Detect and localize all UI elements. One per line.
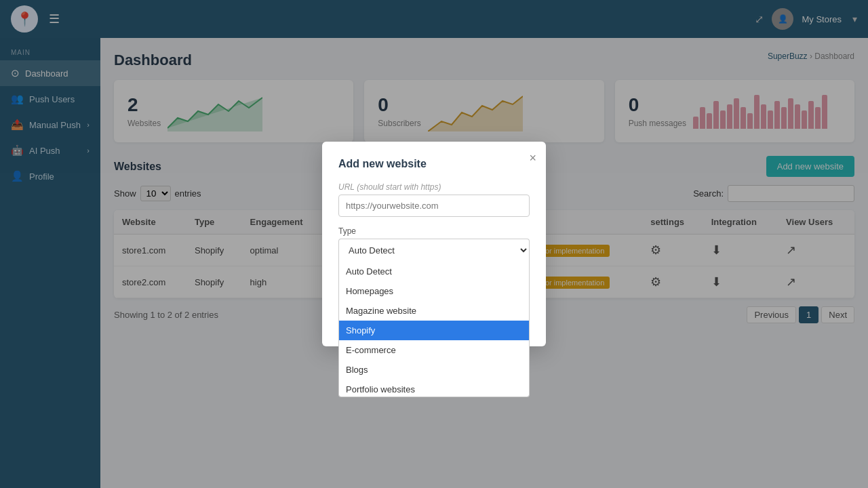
type-dropdown-list[interactable]: Auto Detect Homepages Magazine website S… xyxy=(338,262,530,397)
option-auto-detect[interactable]: Auto Detect xyxy=(339,262,529,281)
option-portfolio[interactable]: Portfolio websites xyxy=(339,380,529,397)
modal-overlay: Add new website × URL (should start with… xyxy=(0,0,868,488)
type-form-group: Type Auto Detect Auto Detect Homepages M… xyxy=(338,226,530,262)
add-website-modal: Add new website × URL (should start with… xyxy=(322,142,546,346)
option-homepages[interactable]: Homepages xyxy=(339,281,529,301)
url-label: URL (should start with https) xyxy=(338,182,530,192)
option-blogs[interactable]: Blogs xyxy=(339,360,529,380)
modal-close-button[interactable]: × xyxy=(529,151,536,165)
option-shopify[interactable]: Shopify xyxy=(339,321,529,340)
option-magazine[interactable]: Magazine website xyxy=(339,301,529,321)
type-dropdown-wrapper: Auto Detect Auto Detect Homepages Magazi… xyxy=(338,239,530,262)
type-label: Type xyxy=(338,226,530,236)
url-form-group: URL (should start with https) xyxy=(338,182,530,217)
url-hint: (should start with https) xyxy=(357,182,441,192)
type-select[interactable]: Auto Detect xyxy=(338,239,530,262)
option-ecommerce[interactable]: E-commerce xyxy=(339,340,529,360)
url-input[interactable] xyxy=(338,195,530,217)
modal-title: Add new website xyxy=(338,158,530,170)
